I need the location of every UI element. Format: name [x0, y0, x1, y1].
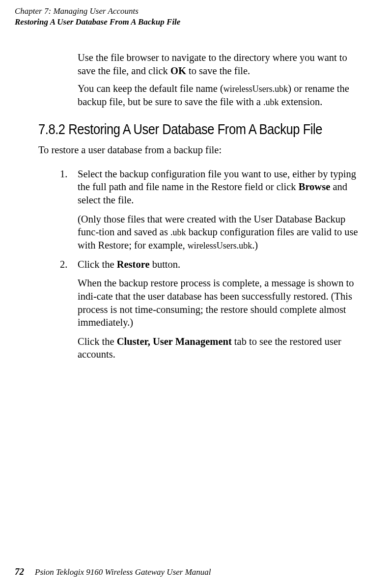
main-content: Use the file browser to navigate to the … — [15, 51, 365, 361]
list-marker: 1. — [60, 168, 67, 181]
page-header: Chapter 7: Managing User Accounts Restor… — [15, 6, 365, 28]
item2-para3: Click the Cluster, User Management tab t… — [78, 335, 365, 361]
footer-text: Psion Teklogix 9160 Wireless Gateway Use… — [35, 567, 211, 577]
restore-bold: Restore — [117, 259, 150, 270]
page-number: 72 — [15, 566, 24, 577]
ext-small: .ubk — [170, 227, 186, 237]
ok-bold: OK — [170, 65, 186, 76]
browse-bold: Browse — [299, 181, 331, 192]
item2-para2: When the backup restore process is compl… — [78, 277, 365, 329]
paragraph-save-file: Use the file browser to navigate to the … — [78, 51, 365, 77]
filename-small: wirelessUsers.ubk — [188, 241, 252, 251]
text: to save the file. — [186, 65, 250, 76]
text: extension. — [279, 96, 323, 107]
ext-small: .ubk — [263, 97, 279, 107]
page-footer: 72Psion Teklogix 9160 Wireless Gateway U… — [15, 566, 211, 577]
paragraph-filename: You can keep the default file name (wire… — [78, 82, 365, 108]
text: You can keep the default file name ( — [78, 83, 223, 94]
text: Click the — [78, 259, 117, 270]
section-heading: 7.8.2 Restoring A User Database From A B… — [38, 121, 326, 138]
list-marker: 2. — [60, 258, 67, 271]
header-chapter: Chapter 7: Managing User Accounts — [15, 6, 365, 17]
cluster-bold: Cluster, User Management — [117, 336, 232, 347]
text: Click the — [78, 336, 117, 347]
list-item-2: 2. Click the Restore button. — [78, 258, 365, 271]
filename-small: wirelessUsers.ubk — [223, 84, 288, 94]
text: button. — [150, 259, 181, 270]
item1-note: (Only those files that were created with… — [78, 213, 365, 252]
list-item-1: 1. Select the backup configuration file … — [78, 168, 365, 207]
header-section: Restoring A User Database From A Backup … — [15, 17, 365, 28]
intro-text: To restore a user database from a backup… — [38, 144, 365, 156]
text: .) — [252, 240, 258, 251]
